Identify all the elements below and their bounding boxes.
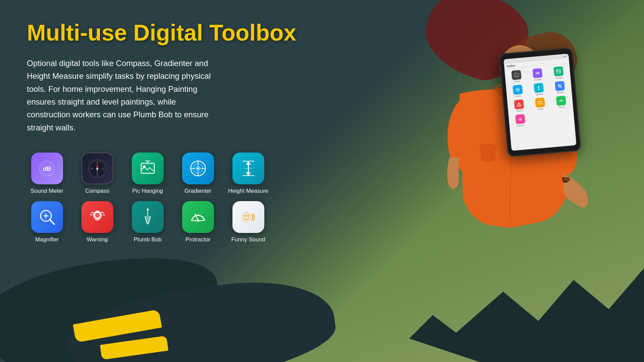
svg-marker-10 bbox=[538, 86, 540, 87]
app-item-height-measure[interactable]: Height Measure bbox=[228, 153, 268, 194]
svg-point-73 bbox=[197, 220, 199, 222]
protractor-label: Protractor bbox=[185, 236, 211, 243]
svg-line-61 bbox=[50, 220, 54, 224]
svg-marker-2 bbox=[516, 75, 517, 77]
svg-point-68 bbox=[96, 214, 99, 217]
compass-icon: N S E W bbox=[82, 153, 113, 184]
app-item-magnifier[interactable]: Magnifier bbox=[27, 201, 67, 243]
svg-point-80 bbox=[247, 215, 249, 217]
magnifier-label: Magnifier bbox=[35, 236, 59, 243]
app-item-gradienter[interactable]: Gradienter bbox=[178, 153, 218, 194]
plumb-bob-icon bbox=[132, 201, 164, 233]
app-item-funny-sound[interactable]: Funny Sound bbox=[228, 201, 268, 243]
tablet-app-compass: Compass bbox=[507, 69, 526, 83]
page-description: Optional digital tools like Compass, Gra… bbox=[27, 57, 215, 134]
gradienter-label: Gradienter bbox=[184, 188, 211, 194]
svg-point-43 bbox=[143, 165, 146, 168]
svg-text:E: E bbox=[102, 168, 104, 170]
svg-point-0 bbox=[514, 73, 519, 77]
tablet-app-funny: FnySound bbox=[511, 114, 530, 127]
svg-marker-55 bbox=[246, 161, 251, 165]
funny-sound-icon bbox=[232, 201, 264, 233]
svg-rect-19 bbox=[538, 102, 542, 104]
svg-marker-56 bbox=[246, 172, 251, 176]
height-measure-label: Height Measure bbox=[228, 188, 268, 194]
app-item-plumb-bob[interactable]: Plumb Bob bbox=[127, 201, 168, 243]
magnifier-icon bbox=[31, 201, 63, 233]
svg-point-18 bbox=[519, 105, 519, 106]
height-measure-icon bbox=[232, 153, 264, 184]
tablet-screen: ●●● ToolBox Compass dB SoundMtr Pi bbox=[503, 54, 576, 151]
app-item-compass[interactable]: N S E W Compass bbox=[77, 153, 117, 194]
warning-label: Warning bbox=[87, 236, 108, 243]
protractor-icon bbox=[182, 201, 214, 233]
tablet-app-mag: Magnfier bbox=[550, 80, 570, 94]
sound-meter-label: Sound Meter bbox=[31, 188, 63, 194]
sound-meter-icon: dB bbox=[31, 153, 63, 184]
warning-icon bbox=[82, 201, 113, 233]
pic-hanging-icon bbox=[132, 153, 164, 184]
svg-point-70 bbox=[147, 208, 149, 210]
pic-hanging-label: Pic Hanging bbox=[132, 188, 163, 194]
tablet-app-height: HghtMeas bbox=[529, 82, 548, 96]
plumb-bob-label: Plumb Bob bbox=[133, 236, 161, 243]
tablet-app-grad: Grndntr bbox=[508, 84, 527, 98]
app-item-pic-hanging[interactable]: Pic Hanging bbox=[127, 153, 168, 194]
compass-label: Compass bbox=[85, 188, 109, 194]
tablet-app-grid: Compass dB SoundMtr PicHngng Grndntr bbox=[504, 64, 575, 129]
tablet-app-tool: ToolSet bbox=[530, 97, 550, 111]
app-item-warning[interactable]: Warning bbox=[77, 201, 117, 243]
svg-point-79 bbox=[244, 215, 246, 217]
svg-marker-11 bbox=[538, 89, 540, 90]
svg-point-37 bbox=[96, 168, 98, 170]
tablet-app-pic: PicHngng bbox=[549, 66, 569, 79]
svg-marker-1 bbox=[516, 73, 517, 75]
svg-point-78 bbox=[241, 212, 252, 223]
svg-point-6 bbox=[517, 89, 518, 90]
tablet-app-warn: Warning bbox=[509, 99, 529, 113]
svg-point-4 bbox=[557, 70, 558, 71]
svg-line-13 bbox=[560, 86, 562, 88]
app-item-protractor[interactable]: Protractor bbox=[178, 201, 218, 243]
apps-grid: dB Sound Meter N S E W bbox=[27, 153, 262, 243]
tablet-device: ●●● ToolBox Compass dB SoundMtr Pi bbox=[499, 47, 581, 157]
app-item-sound-meter[interactable]: dB Sound Meter bbox=[27, 153, 67, 194]
svg-rect-66 bbox=[96, 211, 99, 213]
tablet-app-proto: Protrctor bbox=[551, 95, 571, 109]
page-title: Multi-use Digital Toolbox bbox=[27, 20, 617, 45]
svg-text:dB: dB bbox=[43, 166, 51, 172]
svg-point-53 bbox=[197, 168, 199, 170]
tablet-app-sound: dB SoundMtr bbox=[528, 68, 547, 81]
funny-sound-label: Funny Sound bbox=[231, 236, 265, 243]
gradienter-icon bbox=[182, 153, 214, 184]
